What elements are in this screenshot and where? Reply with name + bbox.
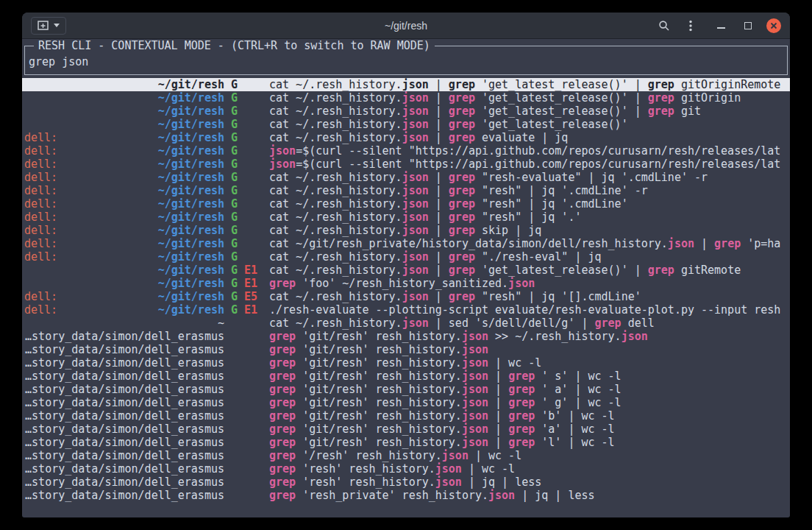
- history-row[interactable]: dell:~/git/reshGcat ~/.resh_history.json…: [22, 131, 790, 144]
- match-highlight: json: [462, 383, 488, 396]
- match-highlight: grep: [269, 330, 296, 343]
- history-row[interactable]: ~/git/reshGcat ~/.resh_history.json | gr…: [22, 91, 790, 105]
- match-highlight: json: [462, 436, 488, 449]
- command-text: grep 'resh' resh_history.json | jq | les…: [269, 476, 788, 489]
- git-flag: G: [231, 184, 238, 197]
- history-row[interactable]: dell:~/git/reshGcat ~/.resh_history.json…: [22, 224, 790, 237]
- history-row[interactable]: …story_data/simon/dell_erasmusgrep 'resh…: [22, 476, 790, 489]
- exit-code-flag: E1: [238, 264, 257, 277]
- history-row[interactable]: …story_data/simon/dell_erasmusgrep 'git/…: [22, 436, 790, 449]
- history-row[interactable]: …story_data/simon/dell_erasmusgrep 'git/…: [22, 356, 790, 370]
- match-highlight: json: [269, 144, 296, 158]
- match-highlight: grep: [449, 184, 475, 197]
- history-row[interactable]: …story_data/simon/dell_erasmusgrep 'resh…: [22, 462, 790, 476]
- host-label: dell:: [24, 303, 57, 317]
- path-label: ~/git/resh: [158, 290, 224, 303]
- history-row[interactable]: ~/git/reshGcat ~/.resh_history.json | gr…: [22, 105, 790, 118]
- match-highlight: grep: [269, 462, 296, 476]
- status-flags: [224, 476, 269, 489]
- minimize-button[interactable]: [713, 19, 730, 32]
- command-text: grep 'resh_private' resh_history.json | …: [269, 489, 788, 502]
- path-label: ~: [218, 317, 224, 330]
- command-text: cat ~/.resh_history.json | grep "resh" |…: [269, 197, 788, 211]
- match-highlight: grep: [449, 118, 475, 131]
- status-flags: [224, 356, 269, 370]
- path-label: …story_data/simon/dell_erasmus: [25, 423, 224, 436]
- history-row[interactable]: ~/git/reshG E1grep 'foo' ~/resh_history_…: [22, 277, 790, 290]
- history-row[interactable]: dell:~/git/reshGjson=$(curl --silent "ht…: [22, 144, 790, 158]
- history-row[interactable]: …story_data/simon/dell_erasmusgrep 'git/…: [22, 383, 790, 396]
- match-highlight: grep: [269, 409, 296, 423]
- status-flags: [224, 370, 269, 383]
- query-input[interactable]: grep json: [29, 55, 783, 68]
- history-row[interactable]: dell:~/git/reshGcat ~/.resh_history.json…: [22, 211, 790, 224]
- path-label: ~/git/resh: [158, 303, 224, 317]
- command-text: cat ~/.resh_history.json | grep evaluate…: [269, 131, 788, 144]
- search-button[interactable]: [654, 17, 674, 35]
- match-highlight: json: [462, 370, 488, 383]
- exit-code-flag: E1: [238, 303, 257, 317]
- minimize-icon: [717, 27, 725, 29]
- history-row[interactable]: …story_data/simon/dell_erasmusgrep 'git/…: [22, 409, 790, 423]
- titlebar[interactable]: ~/git/resh: [22, 13, 790, 39]
- git-flag: G: [231, 118, 238, 131]
- status-flags: [224, 396, 269, 409]
- history-row[interactable]: …story_data/simon/dell_erasmusgrep 'git/…: [22, 330, 790, 343]
- history-row[interactable]: dell:~/git/reshG E5cat ~/.resh_history.j…: [22, 290, 790, 303]
- history-row[interactable]: dell:~/git/reshGcat ~/.resh_history.json…: [22, 184, 790, 197]
- history-row[interactable]: …story_data/simon/dell_erasmusgrep '/res…: [22, 449, 790, 462]
- match-highlight: grep: [269, 383, 296, 396]
- history-row[interactable]: …story_data/simon/dell_erasmusgrep 'git/…: [22, 396, 790, 409]
- match-highlight: json: [402, 290, 429, 303]
- history-row[interactable]: dell:~/git/reshGcat ~/.resh_history.json…: [22, 171, 790, 184]
- match-highlight: grep: [269, 396, 296, 409]
- host-label: dell:: [24, 211, 57, 224]
- status-flags: [224, 383, 269, 396]
- match-highlight: grep: [508, 396, 535, 409]
- history-row[interactable]: …story_data/simon/dell_erasmusgrep 'git/…: [22, 370, 790, 383]
- match-highlight: grep: [508, 436, 535, 449]
- path-label: …story_data/simon/dell_erasmus: [25, 489, 224, 502]
- match-highlight: json: [622, 330, 648, 343]
- path-label: …story_data/simon/dell_erasmus: [25, 383, 224, 396]
- match-highlight: grep: [269, 436, 296, 449]
- match-highlight: json: [402, 78, 429, 91]
- path-label: …story_data/simon/dell_erasmus: [25, 343, 224, 356]
- status-flags: G E1: [224, 264, 269, 277]
- history-row[interactable]: dell:~/git/reshG E1./resh-evaluate --plo…: [22, 303, 790, 317]
- history-row[interactable]: ~cat ~/.resh_history.json | sed 's/dell/…: [22, 317, 790, 330]
- match-highlight: grep: [449, 250, 475, 264]
- match-highlight: grep: [449, 131, 475, 144]
- restore-icon: [744, 22, 752, 29]
- path-label: ~/git/resh: [158, 158, 224, 171]
- match-highlight: grep: [449, 78, 475, 91]
- path-label: ~/git/resh: [158, 118, 224, 131]
- history-row[interactable]: …story_data/simon/dell_erasmusgrep 'git/…: [22, 423, 790, 436]
- restore-button[interactable]: [740, 19, 756, 32]
- history-row[interactable]: ~/git/reshGcat ~/.resh_history.json | gr…: [22, 78, 790, 91]
- history-list: ~/git/reshGcat ~/.resh_history.json | gr…: [24, 78, 788, 502]
- match-highlight: json: [402, 264, 429, 277]
- path-label: …story_data/simon/dell_erasmus: [25, 436, 224, 449]
- history-row[interactable]: ~/git/reshGcat ~/.resh_history.json | gr…: [22, 118, 790, 131]
- status-flags: G: [224, 158, 269, 171]
- match-highlight: json: [402, 211, 429, 224]
- history-row[interactable]: dell:~/git/reshGjson=$(curl --silent "ht…: [22, 158, 790, 171]
- history-row[interactable]: …story_data/simon/dell_erasmusgrep 'git/…: [22, 343, 790, 356]
- history-row[interactable]: dell:~/git/reshGcat ~/.resh_history.json…: [22, 197, 790, 211]
- git-flag: G: [231, 224, 238, 237]
- history-row[interactable]: ~/git/reshG E1cat ~/.resh_history.json |…: [22, 264, 790, 277]
- menu-button[interactable]: [685, 17, 697, 35]
- history-row[interactable]: …story_data/simon/dell_erasmusgrep 'resh…: [22, 489, 790, 502]
- path-label: ~/git/resh: [158, 264, 224, 277]
- close-button[interactable]: [766, 18, 781, 33]
- host-label: dell:: [24, 184, 57, 197]
- git-flag: G: [231, 250, 238, 264]
- match-highlight: grep: [449, 224, 475, 237]
- history-row[interactable]: dell:~/git/reshGcat ~/git/resh_private/h…: [22, 237, 790, 250]
- match-highlight: json: [402, 184, 429, 197]
- command-text: json=$(curl --silent "https://api.github…: [269, 158, 788, 171]
- git-flag: G: [231, 211, 238, 224]
- new-terminal-button[interactable]: [31, 17, 66, 35]
- history-row[interactable]: dell:~/git/reshGcat ~/.resh_history.json…: [22, 250, 790, 264]
